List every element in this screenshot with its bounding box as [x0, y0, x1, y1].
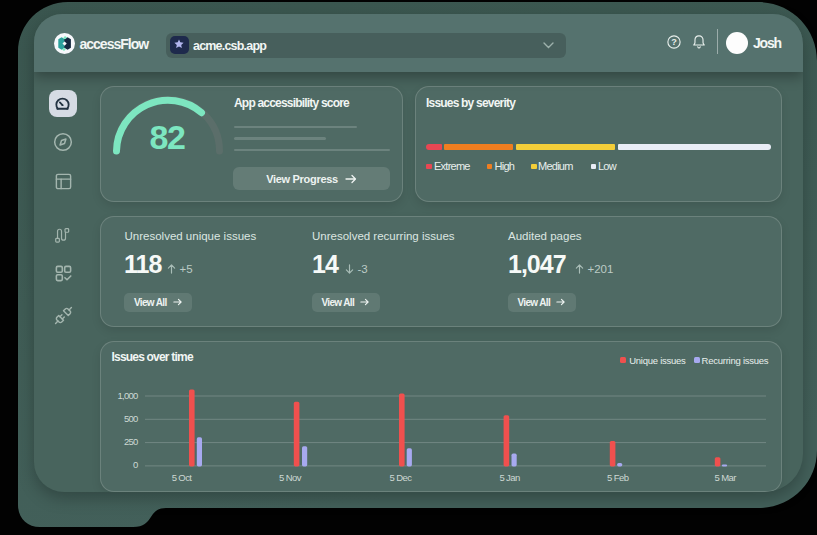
svg-text:250: 250	[124, 436, 138, 447]
svg-text:5 Oct: 5 Oct	[172, 472, 193, 483]
svg-text:0: 0	[133, 459, 138, 470]
svg-text:500: 500	[124, 413, 138, 424]
svg-text:5 Feb: 5 Feb	[607, 472, 629, 483]
svg-text:5 Mar: 5 Mar	[715, 472, 737, 483]
svg-text:?: ?	[671, 37, 677, 47]
svg-text:1,000: 1,000	[117, 390, 138, 401]
svg-text:5 Dec: 5 Dec	[389, 472, 412, 483]
svg-text:5 Nov: 5 Nov	[279, 472, 302, 483]
svg-text:5 Jan: 5 Jan	[499, 472, 520, 483]
